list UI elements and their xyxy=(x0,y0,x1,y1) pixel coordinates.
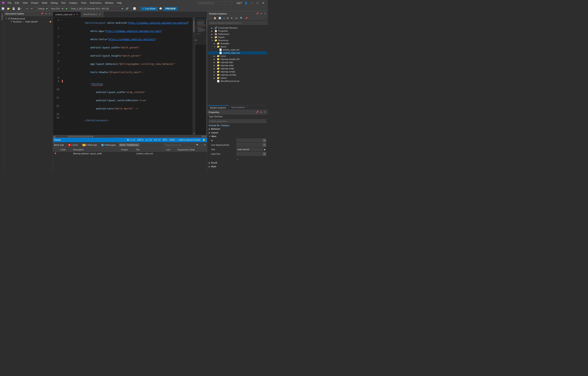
doc-outline-root-item[interactable]: ▼ ⊟ RelativeLayout xyxy=(5,17,52,20)
props-section-scroll[interactable]: ▶ Scroll xyxy=(207,161,268,165)
menu-build[interactable]: Build xyxy=(40,1,49,5)
doc-outline-expand-icon[interactable]: ▼ xyxy=(5,17,7,20)
close-button[interactable]: ✕ xyxy=(261,1,266,5)
h-scrollbar-thumb[interactable] xyxy=(68,136,91,137)
sol-item-mipmap-xhdpi[interactable]: ▶ 📁 mipmap-xhdpi xyxy=(208,67,267,70)
tab-content-main-xml[interactable]: content_main.xml ● ✕ xyxy=(53,11,81,17)
sol-expand-drawable[interactable]: ▶ xyxy=(214,42,216,45)
tab-mainactivity-cs-close[interactable]: ✕ xyxy=(99,13,101,16)
minimize-button[interactable]: − xyxy=(249,1,254,5)
maximize-button[interactable]: □ xyxy=(255,1,260,5)
sol-explorer-close-btn[interactable]: ✕ xyxy=(263,12,266,15)
doc-outline-pin-btn[interactable]: 📌 xyxy=(40,12,44,15)
sol-item-connected-services[interactable]: ▶ 🔗 Connected Services xyxy=(208,26,267,29)
platform-dropdown[interactable]: Any CPU xyxy=(49,6,64,11)
sol-item-layout[interactable]: ▼ 📁 layout xyxy=(208,45,267,48)
sol-item-content-main-xml[interactable]: 📄 content_main.xml xyxy=(208,51,267,54)
doc-outline-close-btn[interactable]: ✕ xyxy=(48,12,51,15)
attach-btn[interactable]: 🔗 xyxy=(125,7,129,10)
sol-item-references[interactable]: ▶ 📚 References xyxy=(208,32,267,36)
sol-item-resources[interactable]: ▼ 📁 Resources xyxy=(208,39,267,42)
sol-refresh-btn[interactable]: 🔄 xyxy=(218,17,222,20)
props-section-behavior[interactable]: ▶ Behavior xyxy=(207,127,268,131)
feedback-btn[interactable]: 💬 xyxy=(158,7,163,10)
sol-home-btn[interactable]: 🏠 xyxy=(213,17,217,20)
scroll-thumb[interactable] xyxy=(193,20,195,32)
col-description[interactable]: Description xyxy=(72,148,119,152)
minimap-scrollbar-thumb[interactable] xyxy=(206,19,207,27)
tab-content-main-xml-close[interactable]: ✕ xyxy=(76,13,78,16)
sol-expand-mipmap-anydpi[interactable]: ▶ xyxy=(214,58,216,60)
col-suppression[interactable]: Suppression State xyxy=(176,148,207,152)
props-close-btn[interactable]: ✕ xyxy=(263,111,266,114)
sol-item-mipmap-xxhdpi[interactable]: ▶ 📁 mipmap-xxhdpi xyxy=(208,70,267,73)
sol-expand-resources[interactable]: ▼ xyxy=(211,39,214,42)
error-filter-warnings[interactable]: ⚠ 0 Warnings xyxy=(81,143,99,146)
error-row-1[interactable]: ✖ Missing attribute: layout_width conten… xyxy=(53,152,207,156)
sol-expand-mipmap-hdpi[interactable]: ▶ xyxy=(214,61,216,63)
new-project-btn[interactable]: 🔄 xyxy=(1,7,5,10)
error-list-close-btn[interactable]: ✕ xyxy=(204,144,206,146)
props-value-tools-text[interactable] xyxy=(236,152,263,156)
props-more-btn[interactable]: ⌄ xyxy=(236,157,239,160)
props-section-layout[interactable]: ▶ Layout xyxy=(207,131,268,135)
sol-item-mipmap-xxxhdpi[interactable]: ▶ 📁 mipmap-xxxhdpi xyxy=(208,73,267,76)
menu-test[interactable]: Test xyxy=(60,1,67,5)
props-value-text[interactable]: Hello World! xyxy=(236,148,263,151)
error-search-btn[interactable]: 🔍 xyxy=(196,144,199,146)
expand-editor-btn[interactable]: ⊞ xyxy=(202,135,204,138)
performance-btn[interactable]: 📊 xyxy=(132,7,137,10)
sol-settings-btn[interactable]: ⚙ xyxy=(230,17,234,20)
sol-explorer-pin-btn[interactable]: 📌 xyxy=(255,12,259,15)
props-id-btn[interactable]: □ xyxy=(263,139,266,142)
sol-expand-connected[interactable]: ▶ xyxy=(211,27,214,29)
sol-item-assets[interactable]: ▶ 📁 Assets xyxy=(208,36,267,39)
props-search-input[interactable] xyxy=(209,119,266,123)
sol-tab-solution-explorer[interactable]: Solution Explorer xyxy=(207,105,229,110)
user-avatar[interactable]: 👤 xyxy=(245,1,247,4)
scroll-down-btn[interactable]: ▼ xyxy=(193,132,195,135)
debug-config-dropdown[interactable]: Debug xyxy=(36,6,49,11)
sol-back-btn[interactable]: ← xyxy=(209,17,212,20)
sol-filter-btn[interactable]: 🔍 xyxy=(239,17,244,20)
split-editor-btn[interactable]: ⊟ xyxy=(204,135,206,138)
tab-mainactivity-cs[interactable]: MainActivity.cs ✕ xyxy=(81,11,104,17)
global-search-input[interactable] xyxy=(197,1,232,5)
col-project[interactable]: Project xyxy=(119,148,134,152)
sol-item-about-resources[interactable]: 📄 AboutResources.txt xyxy=(208,80,267,83)
collapse-icon-1[interactable]: − xyxy=(62,19,63,21)
menu-tools[interactable]: Tools xyxy=(79,1,88,5)
sol-item-activity-main-xml[interactable]: 📄 activity_main.xml xyxy=(208,48,267,51)
redo-btn[interactable]: ↪ xyxy=(30,7,33,10)
sol-code-btn[interactable]: </> xyxy=(234,17,239,20)
run-target-dropdown[interactable]: Pixel_2_API_29 (Android 10.0 - API 29) xyxy=(69,6,124,11)
sol-collapse-btn[interactable]: ≡ xyxy=(223,17,225,20)
props-text-btn[interactable]: ■ xyxy=(263,148,266,151)
doc-outline-textview-item[interactable]: T TextView — "Hello World!" xyxy=(9,20,52,23)
sol-item-mipmap-anydpi[interactable]: ▶ 📁 mipmap-anydpi-v26 xyxy=(208,58,267,61)
open-btn[interactable]: 📁 xyxy=(6,7,11,10)
menu-window[interactable]: Window xyxy=(104,1,115,5)
col-line[interactable]: Line xyxy=(165,148,176,152)
vertical-scrollbar[interactable]: ▲ ▼ xyxy=(192,17,195,135)
sol-expand-assets[interactable]: ▶ xyxy=(211,36,214,38)
menu-view[interactable]: View xyxy=(21,1,29,5)
props-value-line-spacing[interactable] xyxy=(236,143,263,147)
sol-expand-references[interactable]: ▶ xyxy=(211,33,214,35)
props-dropdown-btn[interactable]: ▼ xyxy=(259,111,263,114)
undo-btn[interactable]: ↩ xyxy=(25,7,29,10)
error-search-input[interactable] xyxy=(164,143,195,147)
h-scroll-left-btn[interactable]: ◀ xyxy=(53,136,56,137)
props-section-style[interactable]: ▶ Style xyxy=(207,165,268,168)
sol-tab-team-explorer[interactable]: Team Explorer xyxy=(229,105,247,110)
col-code[interactable]: Code xyxy=(59,148,72,152)
sol-expand-properties[interactable]: ▶ xyxy=(211,30,214,32)
sol-expand-menu[interactable]: ▶ xyxy=(214,55,216,57)
error-filter-messages[interactable]: ℹ 0 Messages xyxy=(100,143,118,146)
col-file[interactable]: File xyxy=(134,148,165,152)
props-value-id[interactable] xyxy=(236,139,263,142)
menu-project[interactable]: Project xyxy=(30,1,40,5)
sol-expand-mipmap-xhdpi[interactable]: ▶ xyxy=(214,68,216,70)
save-all-btn[interactable]: 💾+ xyxy=(17,7,22,10)
sol-pin-btn[interactable]: 📌 xyxy=(244,17,248,20)
